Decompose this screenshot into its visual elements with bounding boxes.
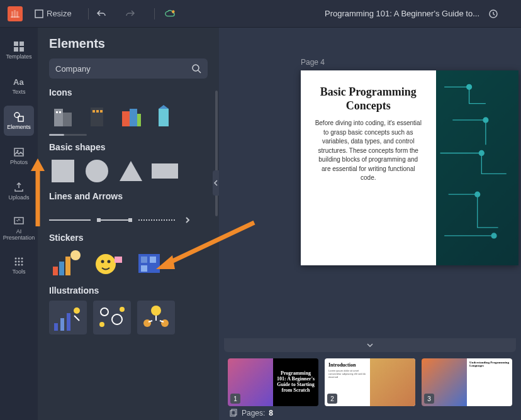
line-dotted[interactable] [138, 206, 175, 234]
pages-count: 8 [269, 409, 273, 417]
thumb-page-3[interactable]: 3 Understanding Programming Languages [422, 358, 512, 406]
shapes-row [49, 157, 208, 185]
shape-triangle[interactable] [117, 157, 145, 185]
thumbnails-row: 1 Programming 101: A Beginner's Guide to… [219, 352, 521, 412]
line-solid[interactable] [49, 206, 91, 234]
sticker-chart[interactable] [49, 248, 84, 279]
history-button[interactable] [485, 6, 505, 21]
history-icon [488, 9, 498, 19]
undo-icon [96, 9, 106, 19]
svg-rect-25 [63, 113, 72, 126]
svg-point-16 [21, 257, 23, 259]
left-rail: Templates Aa Texts Elements Photos Uploa… [0, 28, 38, 420]
circuit-graphic [436, 70, 518, 265]
shape-rectangle[interactable] [151, 157, 179, 185]
section-illustrations: Illustrations [49, 285, 208, 296]
svg-point-41 [96, 254, 116, 274]
thumb-title: Programming 101: A Beginner's Guide to S… [273, 368, 318, 395]
svg-rect-35 [159, 109, 169, 126]
photos-icon [13, 146, 25, 158]
section-stickers: Stickers [49, 233, 208, 243]
icon-building-2[interactable] [83, 102, 111, 130]
shape-circle[interactable] [83, 157, 111, 185]
section-lines: Lines and Arrows [49, 191, 208, 201]
rail-photos[interactable]: Photos [4, 141, 34, 171]
svg-point-18 [18, 260, 20, 262]
sticker-puzzle[interactable] [132, 248, 167, 279]
svg-point-64 [474, 192, 479, 197]
page-label: Page 4 [219, 28, 521, 70]
rail-ai-presentation[interactable]: AI Presentation [4, 211, 34, 245]
section-shapes: Basic shapes [49, 142, 208, 152]
svg-point-23 [193, 65, 199, 71]
logo-icon [10, 9, 20, 19]
svg-rect-44 [115, 257, 122, 263]
icon-building-3[interactable] [117, 102, 145, 130]
icon-building-1[interactable] [49, 102, 77, 130]
svg-point-43 [108, 260, 111, 263]
search-box[interactable] [49, 58, 208, 79]
svg-point-20 [15, 263, 17, 265]
document-title[interactable]: Programming 101: A Beginner's Guide to..… [325, 9, 479, 18]
svg-point-55 [120, 307, 125, 312]
svg-rect-26 [56, 111, 58, 113]
svg-point-59 [161, 319, 169, 327]
collapse-thumbs-button[interactable] [224, 338, 516, 352]
icon-building-4[interactable] [151, 102, 179, 130]
search-input[interactable] [55, 64, 191, 74]
svg-point-2 [172, 10, 174, 13]
svg-point-14 [15, 257, 17, 259]
svg-rect-32 [122, 111, 130, 126]
thumb-page-2[interactable]: 2 IntroductionLorem ipsum dolor sit amet… [325, 358, 415, 406]
svg-point-9 [14, 113, 20, 118]
svg-rect-37 [53, 267, 58, 275]
rail-uploads[interactable]: Uploads [4, 176, 34, 206]
rail-texts[interactable]: Aa Texts [4, 70, 34, 101]
thumb-title: Understanding Programming Languages [469, 361, 510, 367]
svg-point-15 [18, 257, 20, 259]
svg-point-42 [101, 260, 104, 263]
rail-templates[interactable]: Templates [4, 35, 34, 65]
svg-point-63 [479, 151, 484, 156]
lines-row [49, 206, 208, 226]
chevron-down-icon [366, 342, 374, 348]
rail-tools[interactable]: Tools [4, 250, 34, 280]
illustration-2[interactable] [93, 301, 131, 334]
thumb-page-1[interactable]: 1 Programming 101: A Beginner's Guide to… [228, 358, 318, 406]
redo-button[interactable] [121, 6, 142, 21]
resize-button[interactable]: Resize [30, 6, 76, 21]
svg-rect-27 [59, 111, 61, 113]
illustration-3[interactable] [137, 301, 175, 334]
slide-image [436, 70, 518, 265]
svg-point-65 [491, 233, 496, 238]
rail-label: Photos [10, 160, 28, 166]
line-endpoints[interactable] [97, 206, 132, 234]
slide-preview[interactable]: Basic Programming Concepts Before diving… [301, 70, 518, 265]
shape-square[interactable] [49, 157, 77, 185]
sticker-emoji[interactable] [91, 248, 126, 279]
svg-rect-39 [65, 257, 70, 275]
svg-point-22 [21, 263, 23, 265]
app-logo[interactable] [8, 6, 23, 21]
illustration-1[interactable] [49, 301, 87, 334]
svg-rect-6 [14, 47, 18, 52]
pages-label: Pages: [242, 409, 265, 417]
slide-content: Basic Programming Concepts Before diving… [301, 70, 436, 265]
icons-scroll[interactable] [49, 134, 87, 136]
rail-label: Tools [12, 269, 25, 275]
collapse-panel-button[interactable] [213, 170, 219, 196]
chevron-right-icon[interactable] [184, 216, 191, 224]
elements-icon [13, 111, 25, 123]
rail-elements[interactable]: Elements [4, 106, 34, 136]
svg-marker-36 [159, 105, 169, 109]
uploads-icon [13, 182, 25, 193]
panel-title: Elements [49, 36, 208, 51]
undo-button[interactable] [92, 6, 113, 21]
panel-scrollbar[interactable] [215, 91, 218, 216]
search-icon [191, 64, 201, 74]
sync-status[interactable] [161, 6, 181, 21]
svg-text:Aa: Aa [13, 77, 24, 87]
rail-label: Elements [7, 124, 31, 131]
illustrations-row [49, 301, 208, 334]
rail-label: Templates [6, 54, 31, 60]
